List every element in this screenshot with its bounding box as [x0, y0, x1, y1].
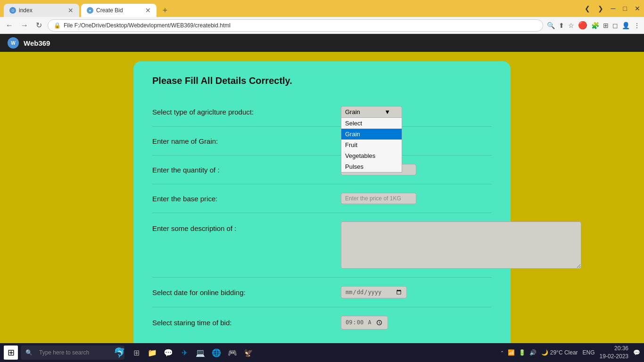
weather-text: 29°C Clear	[550, 349, 578, 356]
base-price-input[interactable]	[341, 193, 416, 204]
taskbar-right: ⌃ 📶 🔋 🔊 🌙 29°C Clear ENG 20:36 19-02-202…	[500, 345, 640, 361]
share-icon[interactable]: ⬆	[559, 22, 564, 29]
search-icon[interactable]: 🔍	[547, 22, 555, 29]
address-bar: ← → ↻ 🔒 File F:/OneDrive/Desktop/Webdevl…	[0, 17, 644, 34]
dropdown-option-vegetables[interactable]: Vegetables	[341, 150, 402, 161]
tab-create-bid-favicon: ●	[87, 7, 93, 14]
volume-icon: 🔊	[529, 349, 537, 356]
bid-date-label: Select date for online bidding:	[152, 288, 341, 296]
forward-button[interactable]: →	[19, 20, 30, 31]
battery-icon: 🔋	[519, 349, 526, 356]
window-controls: ❮ ❯ ─ □ ✕	[585, 5, 640, 12]
taskbar-file-explorer[interactable]: 📁	[145, 346, 159, 360]
bid-time-label: Select staring time of bid:	[152, 319, 341, 327]
app-logo: W	[8, 37, 19, 49]
tab-index-label: index	[19, 7, 33, 14]
form-card: Please Fill All Details Correctly. Selec…	[133, 61, 511, 352]
moon-icon: 🌙	[541, 349, 548, 356]
start-button[interactable]: ⊞	[4, 346, 18, 360]
product-type-dropdown[interactable]: Grain ▼ Select Grain Fruit Vegetables Pu…	[341, 106, 402, 118]
dropdown-list: Select Grain Fruit Vegetables Pulses	[341, 118, 402, 173]
tray-expand-icon[interactable]: ⌃	[500, 350, 504, 355]
menu-icon[interactable]: ⋮	[634, 22, 640, 29]
notification-icon[interactable]: 💬	[633, 349, 640, 356]
taskbar-telegram[interactable]: ✈	[177, 346, 191, 360]
split-icon[interactable]: ◻	[612, 22, 618, 29]
bid-time-control	[341, 316, 492, 329]
app-header: W Web369	[0, 34, 644, 52]
dropdown-option-select[interactable]: Select	[341, 118, 402, 129]
dropdown-option-grain[interactable]: Grain	[341, 129, 402, 140]
extension-icon[interactable]: 🧩	[591, 22, 599, 29]
bid-time-row: Select staring time of bid:	[152, 307, 492, 338]
taskbar-whatsapp[interactable]: 💬	[161, 346, 175, 360]
product-type-label: Select type of agriclture product:	[152, 108, 341, 116]
browser-action-icons: 🔍 ⬆ ☆ 🔴 🧩 ⊞ ◻ 👤 ⋮	[547, 21, 640, 30]
tab-bar: ⊙ index ✕ ● Create Bid ✕ +	[4, 0, 583, 17]
quantity-row: Enter the quantity of :	[152, 156, 492, 184]
browser-titlebar: ⊙ index ✕ ● Create Bid ✕ + ❮ ❯ ─ □ ✕	[0, 0, 644, 17]
bid-time-input[interactable]	[341, 316, 388, 329]
form-title: Please Fill All Details Correctly.	[152, 75, 492, 86]
taskbar-game[interactable]: 🎮	[225, 346, 239, 360]
base-price-label: Enter the base price:	[152, 195, 341, 203]
address-text: File F:/OneDrive/Desktop/Webdevlopment/W…	[64, 22, 231, 29]
dropdown-option-fruit[interactable]: Fruit	[341, 140, 402, 150]
dropdown-selected-value[interactable]: Grain ▼	[341, 106, 402, 118]
bid-date-row: Select date for online bidding:	[152, 278, 492, 307]
page-background: Please Fill All Details Correctly. Selec…	[0, 52, 644, 362]
firefox-icon: 🔴	[578, 21, 587, 30]
reload-button[interactable]: ↻	[34, 20, 44, 31]
taskbar-chrome[interactable]: 🌐	[209, 346, 223, 360]
product-name-label: Enter name of Grain:	[152, 137, 341, 145]
description-control	[341, 222, 581, 269]
clock: 20:36	[600, 345, 628, 353]
bookmark-icon[interactable]: ☆	[568, 22, 574, 29]
base-price-control	[341, 193, 492, 204]
new-tab-button[interactable]: +	[158, 4, 172, 17]
taskbar-search[interactable]: 🔍 🐬	[21, 346, 124, 360]
bid-date-input[interactable]	[341, 286, 407, 298]
taskbar-app[interactable]: 🦅	[241, 346, 256, 360]
app-title: Web369	[24, 39, 50, 47]
window-controls-arrow-right[interactable]: ❯	[598, 5, 603, 12]
minimize-button[interactable]: ─	[611, 5, 616, 12]
product-type-control: Grain ▼ Select Grain Fruit Vegetables Pu…	[341, 106, 492, 118]
address-field[interactable]: 🔒 File F:/OneDrive/Desktop/Webdevlopment…	[48, 19, 543, 32]
description-row: Enter some description of :	[152, 213, 492, 278]
base-price-row: Enter the base price:	[152, 184, 492, 213]
taskbar-search-icon: 🔍	[25, 349, 33, 356]
weather-info: 🌙 29°C Clear	[541, 349, 578, 356]
tab-create-bid[interactable]: ● Create Bid ✕	[81, 4, 157, 17]
tab-create-bid-close[interactable]: ✕	[145, 7, 151, 14]
product-type-row: Select type of agriclture product: Grain…	[152, 98, 492, 127]
back-button[interactable]: ←	[4, 20, 15, 31]
tab-create-bid-label: Create Bid	[96, 7, 123, 14]
maximize-button[interactable]: □	[623, 5, 627, 12]
dropdown-option-pulses[interactable]: Pulses	[341, 161, 402, 172]
description-label: Enter some description of :	[152, 222, 341, 232]
taskbar-vscode[interactable]: 💻	[193, 346, 207, 360]
taskbar-search-input[interactable]	[35, 347, 111, 358]
taskbar: ⊞ 🔍 🐬 ⊞ 📁 💬 ✈ 💻 🌐 🎮 🦅 ⌃ 📶 🔋 🔊 🌙 29°C Cle…	[0, 343, 644, 362]
time-date: 20:36 19-02-2023	[600, 345, 628, 361]
language-indicator: ENG	[583, 349, 595, 356]
close-button[interactable]: ✕	[635, 5, 640, 12]
date: 19-02-2023	[600, 353, 628, 361]
extensions-icon[interactable]: ⊞	[603, 22, 609, 29]
dropdown-arrow-icon: ▼	[384, 108, 390, 115]
tab-index[interactable]: ⊙ index ✕	[4, 4, 79, 17]
network-icon: 📶	[508, 349, 515, 356]
tab-index-favicon: ⊙	[9, 7, 16, 14]
taskbar-task-view[interactable]: ⊞	[129, 346, 143, 360]
profile-icon[interactable]: 👤	[622, 22, 630, 29]
bid-date-control	[341, 286, 492, 298]
tab-index-close[interactable]: ✕	[68, 7, 74, 14]
taskbar-pinned-icons: ⊞ 📁 💬 ✈ 💻 🌐 🎮 🦅	[129, 346, 256, 360]
description-textarea[interactable]	[341, 222, 581, 269]
system-tray: ⌃ 📶 🔋 🔊	[500, 349, 537, 356]
dolphin-icon: 🐬	[114, 347, 125, 358]
quantity-label: Enter the quantity of :	[152, 166, 341, 174]
window-controls-arrow-left[interactable]: ❮	[585, 5, 590, 12]
product-name-row: Enter name of Grain:	[152, 127, 492, 156]
